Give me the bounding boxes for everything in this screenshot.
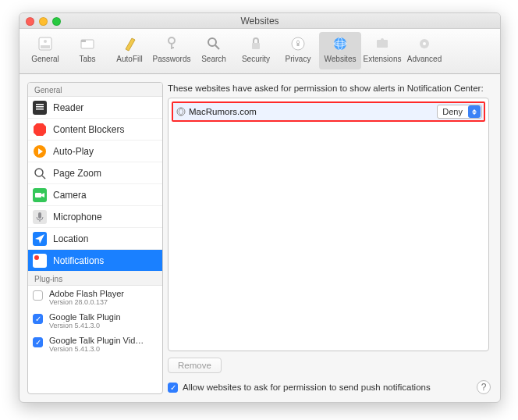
sidebar-item-camera[interactable]: Camera — [28, 184, 162, 206]
plugin-item[interactable]: Adobe Flash PlayerVersion 28.0.0.137 — [28, 286, 162, 309]
general-icon — [35, 34, 55, 54]
notifications-icon — [33, 254, 47, 268]
svg-rect-21 — [33, 101, 47, 115]
tab-search[interactable]: Search — [193, 32, 235, 69]
svg-point-5 — [169, 37, 175, 44]
plugin-name: Adobe Flash Player — [49, 289, 124, 298]
svg-point-20 — [423, 42, 426, 45]
location-icon — [33, 232, 47, 246]
tab-label: Advanced — [407, 55, 442, 63]
plugin-item[interactable]: Google Talk Plugin Vid…Version 5.41.3.0 — [28, 333, 162, 356]
sidebar-item-label: Reader — [53, 102, 83, 113]
plugin-checkbox[interactable] — [33, 314, 43, 324]
sidebar-item-label: Page Zoom — [53, 168, 101, 179]
window-controls — [26, 17, 61, 26]
sidebar-item-label: Location — [53, 233, 88, 244]
plugin-checkbox[interactable] — [33, 290, 43, 301]
plugin-checkbox[interactable] — [33, 337, 43, 347]
tab-extensions[interactable]: Extensions — [361, 32, 403, 69]
permission-value: Deny — [438, 107, 467, 116]
plugin-version: Version 5.41.3.0 — [49, 322, 121, 329]
camera-icon — [33, 188, 47, 202]
tab-label: Passwords — [153, 55, 191, 63]
svg-rect-31 — [35, 193, 41, 198]
tab-privacy[interactable]: Privacy — [277, 32, 319, 69]
tab-autofill[interactable]: AutoFill — [108, 32, 151, 69]
svg-point-39 — [34, 255, 39, 260]
allow-permission-row: Allow websites to ask for permission to … — [168, 381, 489, 393]
sidebar-item-content-blockers[interactable]: Content Blockers — [28, 119, 162, 141]
tab-tabs[interactable]: Tabs — [66, 32, 108, 69]
sidebar: General Reader Content Blockers Auto-Pla… — [20, 74, 163, 402]
tab-advanced[interactable]: Advanced — [403, 32, 445, 69]
plugin-item[interactable]: Google Talk PluginVersion 5.41.3.0 — [28, 309, 162, 333]
sidebar-item-label: Auto-Play — [53, 146, 94, 157]
tab-label: General — [31, 55, 59, 63]
tab-label: Security — [242, 55, 270, 63]
sidebar-item-notifications[interactable]: Notifications — [28, 250, 162, 272]
preferences-window: Websites General Tabs AutoFill Passwords… — [19, 12, 501, 403]
svg-rect-22 — [36, 104, 44, 105]
sidebar-item-page-zoom[interactable]: Page Zoom — [28, 162, 162, 184]
dropdown-arrows-icon — [468, 105, 481, 118]
tab-label: Tabs — [79, 55, 95, 63]
svg-point-8 — [208, 38, 216, 46]
toolbar: General Tabs AutoFill Passwords Search S… — [20, 29, 500, 74]
tab-general[interactable]: General — [24, 32, 66, 69]
help-button[interactable]: ? — [477, 380, 491, 394]
search-icon — [204, 34, 224, 54]
reader-icon — [33, 101, 47, 115]
svg-rect-23 — [36, 106, 44, 108]
tab-passwords[interactable]: Passwords — [151, 32, 193, 69]
highlight-annotation: MacRumors.com Deny — [172, 101, 485, 122]
privacy-icon — [288, 34, 308, 54]
remove-button[interactable]: Remove — [168, 358, 222, 373]
minimize-window-button[interactable] — [39, 17, 48, 26]
svg-rect-34 — [38, 212, 41, 219]
titlebar: Websites — [20, 13, 500, 29]
svg-rect-24 — [36, 109, 44, 110]
stop-icon — [33, 123, 47, 137]
zoom-window-button[interactable] — [52, 17, 61, 26]
website-row[interactable]: MacRumors.com Deny — [173, 103, 484, 120]
svg-rect-10 — [252, 43, 260, 49]
window-title: Websites — [20, 16, 500, 27]
main-panel: These websites have asked for permission… — [163, 74, 500, 402]
plugin-name: Google Talk Plugin — [49, 312, 121, 322]
sidebar-item-microphone[interactable]: Microphone — [28, 206, 162, 228]
sidebar-item-reader[interactable]: Reader — [28, 97, 162, 119]
tab-label: Extensions — [364, 55, 402, 63]
svg-rect-38 — [33, 254, 47, 268]
svg-point-28 — [35, 169, 43, 176]
svg-point-2 — [44, 40, 47, 43]
svg-rect-12 — [297, 43, 300, 46]
tab-websites[interactable]: Websites — [319, 32, 361, 69]
tab-label: AutoFill — [116, 55, 142, 63]
tab-security[interactable]: Security — [235, 32, 277, 69]
gear-icon — [414, 34, 435, 54]
site-favicon — [173, 107, 189, 116]
sidebar-item-location[interactable]: Location — [28, 228, 162, 250]
extensions-icon — [372, 34, 392, 54]
play-icon — [33, 144, 47, 158]
websites-icon — [330, 34, 350, 54]
plugin-name: Google Talk Plugin Vid… — [49, 336, 144, 345]
zoom-icon — [33, 166, 47, 180]
svg-line-9 — [215, 45, 219, 49]
svg-rect-1 — [41, 45, 50, 48]
sidebar-item-auto-play[interactable]: Auto-Play — [28, 141, 162, 162]
allow-checkbox[interactable] — [168, 383, 178, 393]
plugin-version: Version 28.0.0.137 — [49, 298, 124, 306]
passwords-icon — [161, 34, 182, 54]
microphone-icon — [33, 210, 47, 224]
website-list: MacRumors.com Deny — [168, 98, 489, 351]
close-window-button[interactable] — [26, 17, 34, 26]
tab-label: Websites — [325, 55, 357, 63]
permission-dropdown[interactable]: Deny — [437, 105, 482, 119]
svg-rect-4 — [81, 40, 86, 42]
tabs-icon — [77, 34, 98, 54]
tab-label: Privacy — [286, 55, 311, 63]
svg-point-18 — [381, 38, 384, 41]
lock-icon — [246, 34, 266, 54]
autofill-icon — [119, 34, 140, 54]
